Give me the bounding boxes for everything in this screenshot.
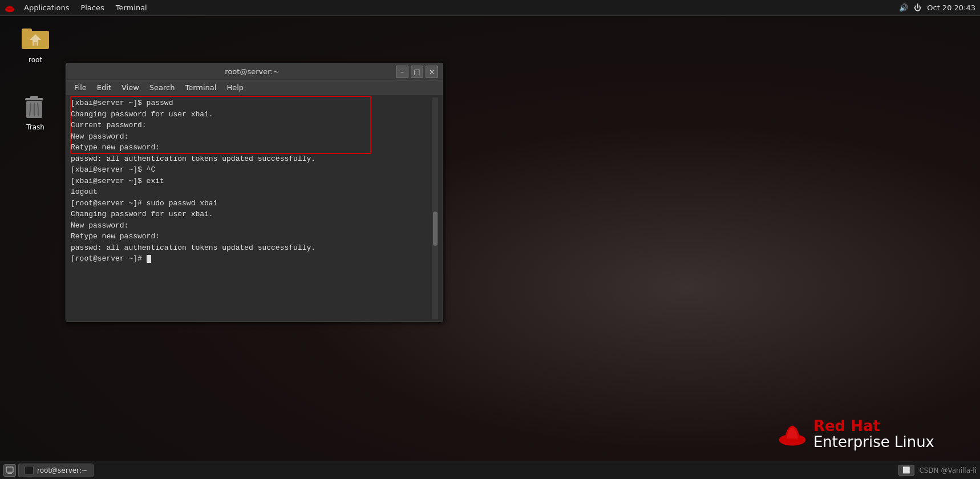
- svg-rect-3: [22, 29, 32, 35]
- taskbar-terminal-button[interactable]: root@server:~: [18, 464, 94, 477]
- rhel-branding: Red Hat Enterprise Linux: [778, 418, 934, 450]
- terminal-scrollbar-thumb[interactable]: [433, 212, 438, 246]
- taskbar-bottom-left: root@server:~: [3, 464, 94, 477]
- terminal-menu-help[interactable]: Help: [222, 82, 248, 93]
- trash-icon: [22, 94, 49, 121]
- menu-terminal[interactable]: Terminal: [111, 2, 152, 13]
- desktop: Applications Places Terminal 🔊 ⏻ Oct 20 …: [0, 0, 980, 479]
- terminal-menu-edit[interactable]: Edit: [92, 82, 116, 93]
- csdn-watermark: CSDN @Vanilla-li: [919, 466, 977, 474]
- terminal-body[interactable]: [xbai@server ~]$ passwd Changing passwor…: [66, 95, 443, 322]
- terminal-menu-view[interactable]: View: [117, 82, 144, 93]
- redhat-logo-icon: [778, 420, 807, 448]
- minimize-button[interactable]: –: [396, 66, 408, 78]
- window-selector-icon[interactable]: ⬜: [898, 465, 914, 476]
- menu-applications[interactable]: Applications: [19, 2, 74, 13]
- show-desktop-button[interactable]: [3, 464, 16, 477]
- menu-places[interactable]: Places: [76, 2, 108, 13]
- desktop-icon-root[interactable]: root: [13, 24, 58, 66]
- svg-rect-6: [34, 42, 37, 46]
- taskbar-top-left: Applications Places Terminal: [5, 2, 152, 13]
- taskbar-window-label: root@server:~: [37, 466, 87, 474]
- datetime: Oct 20 20:43: [927, 3, 975, 12]
- svg-rect-16: [6, 467, 13, 472]
- root-icon-label: root: [29, 56, 42, 64]
- rhel-brand-name: Red Hat: [813, 418, 934, 435]
- terminal-controls: – □ ×: [396, 66, 438, 78]
- terminal-titlebar: root@server:~ – □ ×: [66, 63, 443, 80]
- rhel-enterprise-linux: Enterprise Linux: [813, 434, 934, 450]
- terminal-menu-search[interactable]: Search: [145, 82, 180, 93]
- rhel-brand-text: Red Hat Enterprise Linux: [813, 418, 934, 450]
- terminal-window: root@server:~ – □ × File Edit View Searc…: [66, 63, 443, 322]
- svg-rect-17: [7, 473, 12, 474]
- folder-icon: [22, 26, 49, 54]
- terminal-menu-terminal[interactable]: Terminal: [180, 82, 221, 93]
- terminal-menu-file[interactable]: File: [70, 82, 91, 93]
- terminal-content: [xbai@server ~]$ passwd Changing passwor…: [71, 98, 432, 319]
- red-text: Red: [813, 417, 845, 435]
- taskbar-top-right: 🔊 ⏻ Oct 20 20:43: [899, 3, 975, 12]
- taskbar-bottom-right: ⬜ CSDN @Vanilla-li: [898, 465, 977, 476]
- desktop-icon-trash[interactable]: Trash: [13, 91, 58, 133]
- svg-rect-8: [30, 96, 38, 99]
- close-button[interactable]: ×: [426, 66, 438, 78]
- power-icon[interactable]: ⏻: [914, 3, 921, 12]
- maximize-button[interactable]: □: [411, 66, 423, 78]
- terminal-taskbar-icon: [25, 466, 34, 475]
- rhel-logo-icon: [5, 3, 15, 13]
- terminal-cursor: [147, 255, 151, 263]
- taskbar-top: Applications Places Terminal 🔊 ⏻ Oct 20 …: [0, 0, 980, 16]
- volume-icon[interactable]: 🔊: [899, 3, 908, 12]
- terminal-scrollbar[interactable]: [432, 98, 438, 319]
- trash-icon-label: Trash: [26, 123, 44, 131]
- taskbar-bottom: root@server:~ ⬜ CSDN @Vanilla-li: [0, 461, 980, 479]
- terminal-title: root@server:~: [108, 67, 396, 76]
- hat-text: Hat: [851, 417, 880, 435]
- terminal-menubar: File Edit View Search Terminal Help: [66, 80, 443, 95]
